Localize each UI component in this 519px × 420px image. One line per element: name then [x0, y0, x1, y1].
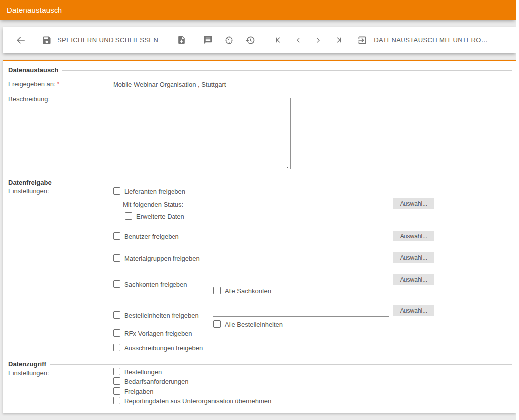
materialgruppen-auswahl-button[interactable]: Auswahl...: [393, 252, 434, 263]
history-button[interactable]: [245, 35, 255, 45]
back-button[interactable]: [15, 34, 27, 46]
section-divider: [62, 70, 512, 71]
alle-sachkonten-label: Alle Sachkonten: [225, 287, 271, 295]
sachkonten-auswahl-button[interactable]: Auswahl...: [393, 274, 434, 285]
sachkonten-input[interactable]: [213, 273, 389, 283]
checkbox-row-bedarfsanforderungen: Bedarfsanforderungen: [113, 377, 188, 385]
timer-button[interactable]: [224, 35, 234, 45]
context-title[interactable]: DATENAUSTAUSCH MIT UNTERO…: [374, 36, 488, 44]
section-header-datenfreigabe: Datenfreigabe: [8, 179, 512, 186]
section-header-datenzugriff: Datenzugriff: [8, 360, 512, 368]
freigaben-label: Freigaben: [124, 388, 154, 395]
arrow-left-icon: [15, 35, 26, 46]
materialgruppen-checkbox[interactable]: [113, 254, 120, 262]
beschreibung-textarea[interactable]: [112, 98, 291, 169]
new-document-button[interactable]: [176, 35, 186, 45]
checkbox-row-ausschreibungen: Ausschreibungen freigeben: [113, 344, 203, 352]
checkbox-row-benutzer: Benutzer freigeben: [113, 232, 179, 240]
materialgruppen-label: Materialgruppen freigeben: [124, 255, 200, 262]
status-auswahl-button[interactable]: Auswahl...: [393, 198, 434, 209]
checkbox-row-rfx-vorlagen: RFx Vorlagen freigeben: [113, 329, 192, 337]
floppy-disk-icon: [42, 35, 52, 45]
freigaben-checkbox[interactable]: [113, 387, 120, 395]
checkbox-row-alle-bestelleinheiten: Alle Bestelleinheiten: [213, 320, 283, 328]
checkbox-row-materialgruppen: Materialgruppen freigeben: [113, 254, 200, 262]
bestelleinheiten-label: Bestelleinheiten freigeben: [124, 312, 199, 319]
materialgruppen-input[interactable]: [213, 254, 389, 264]
beschreibung-label: Beschreibung:: [8, 95, 50, 103]
bestelleinheiten-auswahl-button[interactable]: Auswahl...: [393, 305, 434, 316]
next-page-button[interactable]: [315, 37, 322, 44]
previous-page-button[interactable]: [295, 37, 302, 44]
app-header: Datenaustausch: [0, 0, 516, 20]
document-plus-icon: [177, 35, 186, 45]
checkbox-row-alle-sachkonten: Alle Sachkonten: [213, 287, 271, 295]
section-title: Datenaustausch: [8, 66, 58, 74]
ausschreibungen-checkbox[interactable]: [113, 344, 120, 351]
section-header-datenaustausch: Datenaustausch: [8, 66, 512, 74]
first-page-button[interactable]: [274, 36, 282, 44]
last-page-button[interactable]: [335, 36, 343, 44]
mit-folgenden-status-label: Mit folgenden Status:: [123, 201, 183, 208]
einstellungen-label-datenfreigabe: Einstellungen:: [8, 187, 49, 195]
exit-to-app-icon: [357, 35, 367, 45]
toolbar: SPEICHERN UND SCHLIESSEN: [3, 27, 516, 53]
reportingdaten-checkbox[interactable]: [113, 397, 120, 404]
save-close-button[interactable]: [42, 35, 52, 45]
bestelleinheiten-checkbox[interactable]: [113, 311, 120, 319]
benutzer-checkbox[interactable]: [113, 232, 120, 240]
benutzer-label: Benutzer freigeben: [124, 233, 179, 240]
page-title: Datenaustausch: [7, 6, 62, 14]
bestellungen-checkbox[interactable]: [113, 368, 120, 375]
rfx-vorlagen-label: RFx Vorlagen freigeben: [124, 330, 192, 337]
sachkonten-checkbox[interactable]: [113, 280, 120, 288]
scrollbar-gutter: [516, 0, 519, 420]
required-marker: *: [57, 80, 59, 88]
erweiterte-daten-checkbox[interactable]: [125, 212, 132, 220]
bestelleinheiten-input[interactable]: [213, 307, 389, 317]
chevron-right-icon: [315, 37, 322, 44]
sachkonten-label: Sachkonten freigeben: [124, 281, 187, 288]
alle-bestelleinheiten-label: Alle Bestelleinheiten: [225, 321, 283, 328]
checkbox-row-erweiterte-daten: Erweiterte Daten: [125, 212, 184, 220]
einstellungen-label-datenzugriff: Einstellungen:: [8, 369, 49, 377]
section-divider: [56, 183, 512, 183]
checkbox-row-reportingdaten: Reportingdaten aus Unterorganisation übe…: [113, 397, 271, 405]
form-panel: Datenaustausch Freigegeben an:* Mobile W…: [3, 60, 516, 413]
last-page-icon: [335, 36, 343, 44]
save-close-label[interactable]: SPEICHERN UND SCHLIESSEN: [58, 36, 158, 44]
checkbox-row-freigaben: Freigaben: [113, 387, 154, 395]
checkbox-row-bestelleinheiten: Bestelleinheiten freigeben: [113, 311, 199, 319]
checkbox-row-lieferanten: Lieferanten freigeben: [113, 187, 185, 195]
comment-icon: [203, 35, 213, 45]
comments-button[interactable]: [203, 35, 213, 45]
rfx-vorlagen-checkbox[interactable]: [113, 329, 120, 337]
section-title: Datenzugriff: [8, 360, 46, 368]
section-divider: [50, 364, 512, 365]
bedarfsanforderungen-checkbox[interactable]: [113, 377, 120, 385]
lieferanten-checkbox[interactable]: [113, 187, 120, 195]
erweiterte-daten-label: Erweiterte Daten: [136, 213, 184, 220]
reportingdaten-label: Reportingdaten aus Unterorganisation übe…: [124, 397, 271, 405]
lieferanten-label: Lieferanten freigeben: [124, 188, 185, 195]
history-icon: [245, 35, 255, 45]
chevron-left-icon: [295, 37, 302, 44]
context-button[interactable]: [357, 35, 367, 45]
timer-icon: [224, 35, 234, 45]
freigegeben-an-value: Mobile Webinar Organisation , Stuttgart: [113, 81, 226, 88]
alle-bestelleinheiten-checkbox[interactable]: [213, 320, 221, 328]
benutzer-auswahl-button[interactable]: Auswahl...: [393, 231, 434, 241]
ausschreibungen-label: Ausschreibungen freigeben: [124, 344, 203, 352]
bestellungen-label: Bestellungen: [124, 368, 162, 376]
screen: Datenaustausch SPEICHERN UND SCHLIESSEN: [0, 0, 519, 420]
bedarfsanforderungen-label: Bedarfsanforderungen: [124, 378, 188, 385]
checkbox-row-bestellungen: Bestellungen: [113, 368, 162, 376]
section-title: Datenfreigabe: [8, 179, 52, 186]
checkbox-row-sachkonten: Sachkonten freigeben: [113, 280, 187, 288]
alle-sachkonten-checkbox[interactable]: [213, 287, 221, 294]
first-page-icon: [274, 36, 282, 44]
status-input[interactable]: [213, 200, 389, 210]
benutzer-input[interactable]: [213, 233, 389, 242]
freigegeben-an-label: Freigegeben an:*: [8, 80, 59, 88]
